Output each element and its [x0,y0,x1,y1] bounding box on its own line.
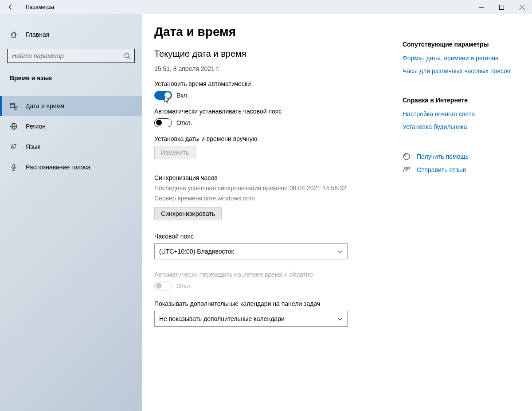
give-feedback-link[interactable]: Отправить отзыв [403,166,513,174]
search-icon [124,52,131,59]
microphone-icon [10,163,18,171]
dst-state: Откл. [176,282,192,290]
language-icon [10,143,18,151]
svg-point-8 [404,167,407,169]
sidebar-nav: Дата и время Регион Язык Распознавание г… [0,96,142,177]
related-link-format[interactable]: Формат даты, времени и региона [403,54,513,63]
extra-calendars-label: Показывать дополнительные календари на п… [154,300,394,307]
auto-tz-label: Автоматически устанавливать часовой пояс [154,108,394,115]
chevron-down-icon [337,249,343,254]
chevron-down-icon [337,316,343,321]
auto-time-toggle[interactable] [154,91,172,100]
sidebar-item-label: Распознавание голоса [26,164,90,171]
help-link-nightlight[interactable]: Настройка ночного света [403,110,513,118]
sidebar-item-label: Язык [26,143,40,150]
extra-calendars-dropdown[interactable]: Не показывать дополнительные календари [154,311,348,327]
sidebar-item-speech[interactable]: Распознавание голоса [0,157,142,177]
auto-time-label: Установить время автоматически [154,80,394,87]
svg-rect-9 [407,167,410,169]
search-input[interactable] [11,52,124,60]
svg-rect-0 [499,5,504,9]
svg-point-7 [404,154,406,156]
current-datetime-value: 15:51, 8 апреля 2021 г. [154,65,394,72]
page-title: Дата и время [154,25,394,39]
extra-calendars-value: Не показывать дополнительные календари [159,315,285,322]
timezone-label: Часовой пояс [154,233,394,240]
dst-label: Автоматически переходить на летнее время… [154,271,394,278]
close-button[interactable] [512,0,532,14]
related-link-clocks[interactable]: Часы для различных часовых поясов [403,67,513,75]
minimize-button[interactable] [471,0,491,14]
related-panel: Сопутствующие параметры Формат даты, вре… [394,24,513,411]
timezone-dropdown[interactable]: (UTC+10:00) Владивосток [154,243,348,259]
sidebar-item-label: Регион [26,123,46,130]
sidebar-item-region[interactable]: Регион [0,116,142,137]
help-icon [403,153,411,160]
home-icon [10,31,18,39]
svg-point-1 [125,53,129,58]
feedback-icon [403,166,411,174]
calendar-clock-icon [10,102,18,110]
give-feedback-label: Отправить отзыв [417,166,466,173]
sidebar: Главная Время и язык Дата и время Регион [0,14,142,411]
main-content: Дата и время Текущие дата и время 15:51,… [154,24,394,411]
sidebar-item-label: Дата и время [26,102,64,110]
auto-time-state: Вкл. [176,92,189,99]
back-button[interactable] [4,0,18,14]
timezone-value: (UTC+10:00) Владивосток [159,248,234,255]
sidebar-item-datetime[interactable]: Дата и время [0,96,142,116]
related-heading: Сопутствующие параметры [403,41,513,48]
globe-icon [10,122,18,130]
auto-tz-state: Откл. [176,119,192,126]
help-link-alarm[interactable]: Установка будильника [403,123,513,131]
change-datetime-button[interactable]: Изменить [154,146,196,159]
sidebar-category: Время и язык [0,67,142,87]
search-box[interactable] [7,49,135,63]
dst-toggle [154,282,172,290]
sidebar-home[interactable]: Главная [0,27,142,43]
help-heading: Справка в Интернете [403,97,513,104]
sidebar-item-language[interactable]: Язык [0,137,142,157]
maximize-button[interactable] [491,0,512,14]
get-help-label: Получить помощь [417,153,469,160]
manual-datetime-label: Установка даты и времени вручную [154,135,394,142]
get-help-link[interactable]: Получить помощь [403,153,513,160]
svg-rect-5 [13,164,15,168]
section-current-datetime: Текущие дата и время [154,49,394,59]
sync-now-button[interactable]: Синхронизировать [154,207,222,220]
auto-tz-toggle[interactable] [154,118,172,127]
window-title: Параметры [26,4,54,10]
sidebar-home-label: Главная [26,31,49,38]
title-bar: Параметры [0,0,532,14]
sync-last-success: Последняя успешная синхронизация времени… [154,184,394,192]
sync-server: Сервер времени:time.windows.com [154,194,394,203]
sync-heading: Синхронизация часов [154,174,394,181]
